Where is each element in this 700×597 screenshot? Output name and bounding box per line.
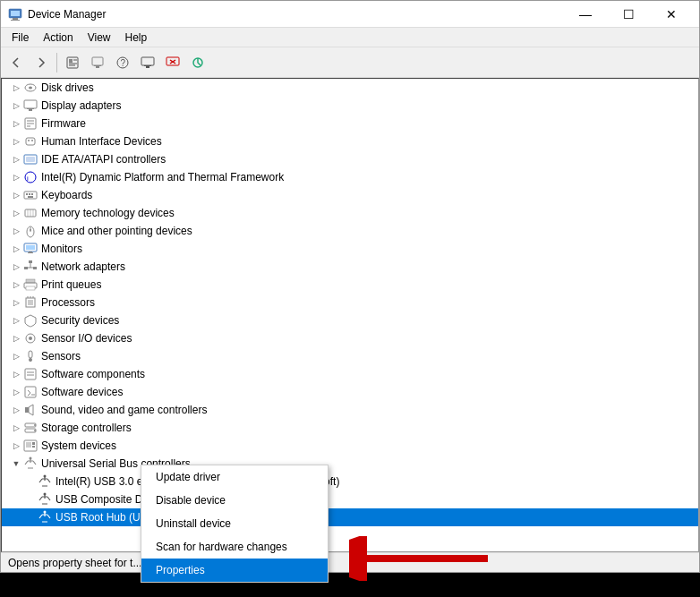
tree-label-sound: Sound, video and game controllers bbox=[41, 404, 207, 416]
scan-hardware-button[interactable] bbox=[186, 51, 209, 74]
app-icon bbox=[8, 7, 22, 21]
system-icon bbox=[23, 439, 38, 453]
tree-item-intel-usb[interactable]: Intel(R) USB 3.0 eXtensible Host Control… bbox=[2, 473, 698, 490]
maximize-button[interactable]: ☐ bbox=[608, 1, 649, 28]
ctx-properties[interactable]: Properties bbox=[141, 559, 328, 582]
svg-rect-9 bbox=[92, 57, 103, 65]
expand-icon: ▷ bbox=[9, 170, 23, 184]
expand-icon: ▷ bbox=[9, 98, 23, 113]
svg-text:i: i bbox=[27, 175, 29, 183]
title-bar-left: Device Manager bbox=[8, 7, 106, 21]
ctx-disable-device[interactable]: Disable device bbox=[141, 489, 328, 512]
cpu-icon bbox=[23, 295, 38, 310]
tree-item-sensor-io[interactable]: ▷ Sensor I/O devices bbox=[2, 329, 698, 347]
tree-item-memory[interactable]: ▷ Memory technology devices bbox=[2, 204, 698, 222]
tree-label-disk: Disk drives bbox=[41, 81, 94, 94]
svg-rect-3 bbox=[11, 20, 20, 21]
expand-icon: ▷ bbox=[9, 331, 23, 345]
tree-item-cpu[interactable]: ▷ Processors bbox=[2, 294, 698, 311]
ctx-update-driver[interactable]: Update driver bbox=[141, 465, 328, 489]
tree-item-mice[interactable]: ▷ Mice and other pointing devices bbox=[2, 222, 698, 240]
tree-item-print[interactable]: ▷ Print queues bbox=[2, 276, 698, 294]
tree-label-memory: Memory technology devices bbox=[41, 207, 175, 219]
device-manager-button[interactable] bbox=[136, 51, 159, 74]
intel-icon: i bbox=[23, 170, 38, 184]
svg-point-89 bbox=[44, 511, 47, 514]
properties-button[interactable] bbox=[61, 51, 84, 74]
tree-item-network[interactable]: ▷ Network adapters bbox=[2, 258, 698, 276]
svg-rect-84 bbox=[32, 442, 35, 445]
title-bar: Device Manager — ☐ ✕ bbox=[1, 1, 699, 28]
tree-label-security: Security devices bbox=[41, 314, 119, 327]
tree-item-intel[interactable]: ▷ i Intel(R) Dynamic Platform and Therma… bbox=[2, 168, 698, 186]
tree-item-keyboard[interactable]: ▷ Keyboards bbox=[2, 186, 698, 204]
svg-point-48 bbox=[30, 229, 31, 231]
tree-label-intel: Intel(R) Dynamic Platform and Thermal Fr… bbox=[41, 171, 284, 183]
tree-item-system[interactable]: ▷ System devices bbox=[2, 437, 698, 455]
expand-icon: ▷ bbox=[9, 188, 23, 202]
svg-rect-14 bbox=[141, 57, 154, 65]
menu-file[interactable]: File bbox=[4, 30, 36, 46]
toolbar-separator-1 bbox=[56, 53, 57, 72]
device-tree[interactable]: ▷ Disk drives ▷ Display adapters ▷ bbox=[1, 78, 699, 552]
tree-item-hid[interactable]: ▷ Human Interface Devices bbox=[2, 132, 698, 150]
network-icon bbox=[23, 260, 38, 274]
expand-icon: ▷ bbox=[9, 277, 23, 292]
red-arrow-icon bbox=[349, 536, 492, 581]
usb-root-icon bbox=[38, 510, 52, 525]
svg-rect-61 bbox=[26, 286, 35, 290]
disk-icon bbox=[23, 81, 38, 95]
tree-item-monitors[interactable]: ▷ Monitors bbox=[2, 240, 698, 258]
svg-rect-52 bbox=[28, 252, 33, 253]
expand-icon: ▷ bbox=[9, 439, 23, 453]
tree-item-usb-controllers[interactable]: ▼ Universal Serial Bus controllers bbox=[2, 455, 698, 473]
tree-item-sensors[interactable]: ▷ Sensors bbox=[2, 347, 698, 365]
svg-rect-39 bbox=[29, 193, 30, 195]
tree-item-storage[interactable]: ▷ Storage controllers bbox=[2, 419, 698, 437]
svg-rect-77 bbox=[25, 407, 29, 413]
sensor-io-icon bbox=[23, 331, 38, 345]
ctx-scan-hardware[interactable]: Scan for hardware changes bbox=[141, 535, 328, 559]
tree-label-sw-devices: Software devices bbox=[41, 386, 123, 398]
menu-action[interactable]: Action bbox=[36, 30, 80, 46]
close-button[interactable]: ✕ bbox=[651, 1, 692, 28]
tree-item-security[interactable]: ▷ Security devices bbox=[2, 311, 698, 329]
tree-item-sound[interactable]: ▷ Sound, video and game controllers bbox=[2, 401, 698, 419]
usb-composite-icon bbox=[38, 492, 52, 507]
svg-rect-10 bbox=[94, 65, 101, 66]
status-text: Opens property sheet for t... bbox=[8, 557, 141, 569]
toolbar: ? bbox=[1, 47, 699, 78]
update-driver-button[interactable] bbox=[86, 51, 109, 74]
expand-icon: ▷ bbox=[9, 367, 23, 381]
tree-item-usb-composite[interactable]: USB Composite Device bbox=[2, 490, 698, 508]
svg-rect-11 bbox=[96, 66, 99, 68]
ctx-uninstall-device[interactable]: Uninstall device bbox=[141, 512, 328, 535]
svg-rect-5 bbox=[69, 59, 73, 63]
expand-icon: ▷ bbox=[9, 313, 23, 328]
tree-item-display[interactable]: ▷ Display adapters bbox=[2, 97, 698, 115]
menu-help[interactable]: Help bbox=[118, 30, 155, 46]
tree-item-disk[interactable]: ▷ Disk drives bbox=[2, 79, 698, 97]
svg-rect-69 bbox=[29, 351, 32, 358]
forward-button[interactable] bbox=[30, 51, 53, 74]
tree-item-sw-components[interactable]: ▷ Software components bbox=[2, 365, 698, 383]
menu-view[interactable]: View bbox=[81, 30, 118, 46]
help-button[interactable]: ? bbox=[111, 51, 134, 74]
tree-item-ide[interactable]: ▷ IDE ATA/ATAPI controllers bbox=[2, 150, 698, 168]
tree-item-usb-root[interactable]: USB Root Hub (USB 3.0) bbox=[2, 508, 698, 526]
tree-label-storage: Storage controllers bbox=[41, 422, 132, 434]
expand-icon: ▷ bbox=[9, 81, 23, 95]
minimize-button[interactable]: — bbox=[565, 1, 606, 28]
tree-label-keyboard: Keyboards bbox=[41, 189, 92, 201]
remove-device-button[interactable] bbox=[161, 51, 184, 74]
svg-rect-50 bbox=[26, 245, 35, 250]
tree-label-sw-components: Software components bbox=[41, 368, 145, 380]
tree-item-sw-devices[interactable]: ▷ Software devices bbox=[2, 383, 698, 401]
mouse-icon bbox=[23, 224, 38, 238]
expand-icon: ▷ bbox=[9, 385, 23, 399]
tree-item-firmware[interactable]: ▷ Firmware bbox=[2, 115, 698, 132]
svg-point-86 bbox=[30, 457, 32, 460]
keyboard-icon bbox=[23, 188, 38, 202]
svg-rect-2 bbox=[13, 18, 18, 20]
back-button[interactable] bbox=[4, 51, 28, 74]
